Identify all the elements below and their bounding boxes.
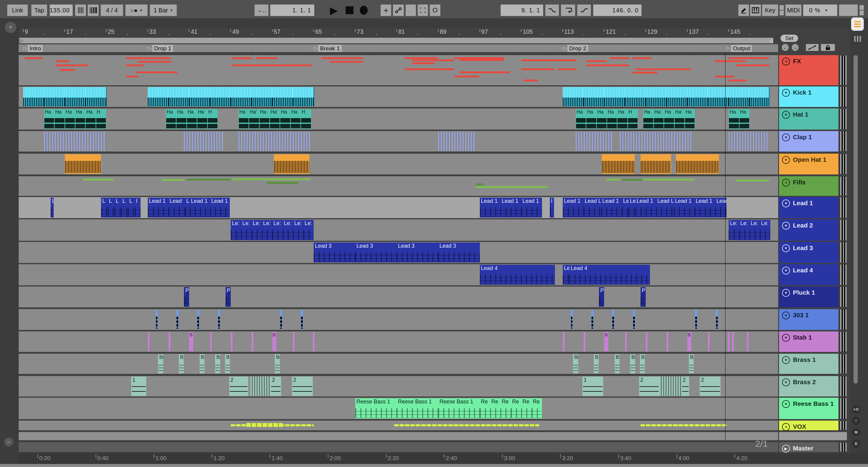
- nudge-up-icon[interactable]: [88, 4, 99, 16]
- clip-segment[interactable]: [728, 79, 747, 81]
- clip-kick[interactable]: [604, 87, 625, 106]
- clip-brass[interactable]: Bra: [179, 354, 184, 373]
- clip-kick[interactable]: [728, 87, 750, 106]
- track-header-lead-2[interactable]: ▼Lead 2: [779, 219, 838, 241]
- clip-segment[interactable]: [126, 57, 171, 59]
- clip-midi[interactable]: Lead L: [584, 198, 601, 218]
- unfold-track-icon[interactable]: ▼: [782, 156, 790, 164]
- re-enable-automation-button[interactable]: ←: [406, 4, 416, 16]
- track-header-fills[interactable]: ≡Fills: [779, 176, 838, 196]
- clip-midi[interactable]: L: [101, 198, 108, 218]
- clip-hat[interactable]: Ha: [44, 109, 54, 129]
- clip-brass[interactable]: Bra: [630, 354, 635, 373]
- clip-midi[interactable]: L: [128, 198, 134, 218]
- clip-kick[interactable]: [210, 87, 231, 106]
- clip-kick[interactable]: [625, 87, 646, 106]
- clip-midi[interactable]: Re: [480, 398, 490, 419]
- track-header-lead-1[interactable]: ▼Lead 1: [779, 197, 838, 218]
- track-header-reese-bass-1[interactable]: ▼Reese Bass 1: [779, 398, 838, 419]
- group-track-icon[interactable]: ≡: [782, 58, 790, 65]
- track-row-master[interactable]: [19, 442, 778, 452]
- nudge-down-icon[interactable]: [75, 4, 86, 16]
- unfold-track-icon[interactable]: ▼: [782, 378, 790, 386]
- track-header-lead-4[interactable]: ▼Lead 4: [779, 264, 838, 285]
- clip-brass[interactable]: Bra: [215, 354, 220, 373]
- clip-kick[interactable]: [749, 87, 770, 106]
- clip-brass2[interactable]: 2: [229, 377, 249, 396]
- clip-segment[interactable]: [623, 179, 642, 181]
- clip-midi[interactable]: Lead 3: [314, 242, 355, 262]
- clip-hat[interactable]: Ha: [739, 109, 749, 129]
- clip-brass2[interactable]: 2: [639, 377, 659, 396]
- clip-hat[interactable]: Ha: [576, 109, 586, 129]
- clip-midi[interactable]: Lead: [168, 198, 185, 218]
- time-signature-field[interactable]: 4 / 4: [101, 4, 123, 16]
- clip-hat[interactable]: Ha: [728, 109, 739, 129]
- clip-midi[interactable]: Lead 3: [438, 242, 480, 262]
- clip-stab[interactable]: S: [189, 332, 193, 351]
- clip-segment[interactable]: [56, 64, 89, 66]
- unfold-track-icon[interactable]: ▼: [782, 289, 790, 297]
- vertical-scrollbar[interactable]: [854, 55, 858, 383]
- lock-envelopes-button[interactable]: [821, 44, 835, 51]
- clip-kick[interactable]: [65, 87, 86, 106]
- clip-clap[interactable]: [576, 132, 612, 151]
- track-row-brass-2[interactable]: 12221222: [19, 376, 778, 397]
- clip-kick[interactable]: [85, 87, 107, 106]
- clip-hat[interactable]: Ha': [674, 109, 685, 129]
- clip-midi[interactable]: Lead 1: [500, 198, 521, 218]
- loop-length-field[interactable]: 146. 0. 0: [593, 4, 642, 16]
- clip-stab[interactable]: [563, 332, 565, 351]
- cpu-meter[interactable]: 0 %▼: [803, 4, 837, 16]
- unfold-track-icon[interactable]: ▼: [782, 356, 790, 364]
- track-row-kick-1[interactable]: [19, 87, 778, 107]
- clip-hat[interactable]: Ha: [664, 109, 674, 129]
- clip-segment[interactable]: [728, 57, 769, 59]
- clip-stab[interactable]: [708, 332, 710, 351]
- clip-midi[interactable]: Lead 1: [148, 198, 168, 218]
- loop-toggle-button[interactable]: O: [430, 4, 440, 16]
- unfold-track-icon[interactable]: ▼: [782, 400, 790, 408]
- clip-kick[interactable]: [44, 87, 65, 106]
- clip-segment[interactable]: [586, 60, 607, 62]
- clip-midi[interactable]: Le:: [622, 198, 628, 218]
- clip-midi[interactable]: Re: [532, 398, 542, 419]
- clip-segment[interactable]: [267, 182, 298, 184]
- clip-midi[interactable]: Le:: [749, 220, 760, 240]
- draw-mode-button[interactable]: [738, 4, 749, 16]
- clip-clap[interactable]: [239, 132, 311, 151]
- track-header-brass-2[interactable]: ▼Brass 2: [779, 376, 838, 397]
- clip-segment[interactable]: [715, 60, 746, 62]
- clip-brass[interactable]: Bra: [158, 354, 163, 373]
- clip-303[interactable]: [156, 310, 158, 329]
- stop-button[interactable]: [343, 4, 355, 16]
- computer-midi-keyboard-button[interactable]: [750, 4, 761, 16]
- unfold-track-icon[interactable]: ▼: [782, 111, 790, 119]
- clip-303[interactable]: [633, 310, 635, 329]
- clip-303[interactable]: [591, 310, 593, 329]
- clip-segment[interactable]: [404, 68, 454, 70]
- clip-kick[interactable]: [293, 87, 314, 106]
- track-header-brass-1[interactable]: ▼Brass 1: [779, 354, 838, 374]
- clip-segment[interactable]: [126, 76, 138, 77]
- clip-brass2[interactable]: 2: [292, 377, 313, 396]
- clip-midi[interactable]: Le:: [293, 220, 303, 240]
- clip-brass[interactable]: Bra: [615, 354, 619, 373]
- clip-303[interactable]: [218, 310, 220, 329]
- clip-midi[interactable]: Re: [511, 398, 521, 419]
- group-track-icon[interactable]: ≡: [782, 179, 790, 187]
- clip-stab[interactable]: [210, 332, 212, 351]
- track-header-vox[interactable]: ≡VOX: [779, 421, 838, 430]
- clip-hat[interactable]: Ha: [607, 109, 617, 129]
- clip-midi[interactable]: Le:: [728, 220, 739, 240]
- clip-brass2[interactable]: 1: [582, 377, 603, 396]
- clip-midi[interactable]: Lead 1: [563, 198, 584, 218]
- clip-segment[interactable]: [25, 57, 43, 59]
- clip-hat[interactable]: Ha: [75, 109, 85, 129]
- clip-hat[interactable]: Ha: [685, 109, 695, 129]
- clip-segment[interactable]: [187, 179, 230, 180]
- clip-segment[interactable]: [476, 186, 548, 188]
- clip-midi[interactable]: Le:: [563, 265, 569, 285]
- clip-segment[interactable]: [524, 79, 538, 81]
- record-button[interactable]: [358, 4, 370, 16]
